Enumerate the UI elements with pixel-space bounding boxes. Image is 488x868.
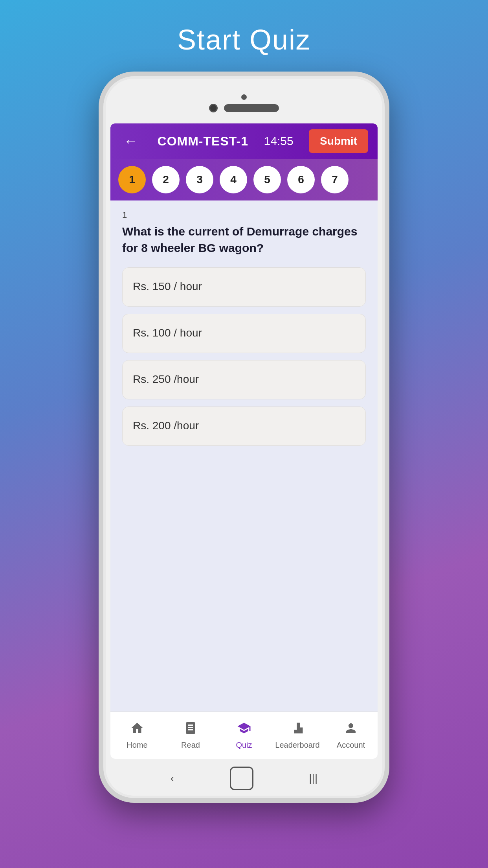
q-circle-1[interactable]: 1 (118, 166, 146, 193)
answer-option-3[interactable]: Rs. 250 /hour (122, 360, 366, 399)
answer-option-2[interactable]: Rs. 100 / hour (122, 314, 366, 353)
nav-label-home: Home (127, 741, 147, 750)
answer-option-4[interactable]: Rs. 200 /hour (122, 406, 366, 446)
phone-menu-button[interactable]: ||| (309, 772, 317, 785)
quiz-icon (237, 721, 251, 738)
account-icon (344, 721, 358, 738)
nav-item-account[interactable]: Account (324, 721, 378, 750)
nav-label-account: Account (337, 741, 365, 750)
quiz-title: COMM-TEST-1 (158, 134, 248, 149)
question-nav: 1234567 (110, 159, 378, 200)
quiz-content: 1 What is the current of Demurrage charg… (110, 200, 378, 712)
nav-item-quiz[interactable]: Quiz (217, 721, 271, 750)
nav-label-quiz: Quiz (236, 741, 252, 750)
q-circle-3[interactable]: 3 (186, 166, 213, 193)
question-number: 1 (122, 210, 366, 220)
bottom-nav: HomeReadQuizLeaderboardAccount (110, 712, 378, 759)
back-button[interactable]: ← (120, 129, 142, 153)
timer-display: 14:55 (264, 134, 294, 148)
q-circle-5[interactable]: 5 (253, 166, 281, 193)
phone-back-button[interactable]: ‹ (171, 772, 174, 785)
app-header: ← COMM-TEST-1 14:55 Submit (110, 123, 378, 159)
nav-item-read[interactable]: Read (164, 721, 217, 750)
question-text: What is the current of Demurrage charges… (122, 223, 366, 256)
answer-option-1[interactable]: Rs. 150 / hour (122, 267, 366, 307)
front-camera-icon (209, 104, 218, 112)
nav-item-home[interactable]: Home (110, 721, 164, 750)
camera-top-icon (241, 94, 247, 100)
speaker-icon (224, 104, 279, 112)
leaderboard-icon (290, 721, 305, 738)
q-circle-6[interactable]: 6 (287, 166, 315, 193)
phone-screen: ← COMM-TEST-1 14:55 Submit 1234567 1 Wha… (110, 123, 378, 759)
nav-label-leaderboard: Leaderboard (275, 741, 319, 750)
phone-shell: ← COMM-TEST-1 14:55 Submit 1234567 1 Wha… (99, 72, 389, 803)
read-icon (183, 721, 198, 738)
phone-home-button[interactable] (230, 767, 253, 790)
q-circle-2[interactable]: 2 (152, 166, 180, 193)
nav-label-read: Read (181, 741, 200, 750)
phone-top (103, 76, 385, 123)
q-circle-7[interactable]: 7 (321, 166, 349, 193)
submit-button[interactable]: Submit (309, 129, 368, 153)
phone-bottom-bar: ‹ ||| (103, 759, 385, 798)
home-icon (130, 721, 144, 738)
q-circle-4[interactable]: 4 (220, 166, 247, 193)
page-title: Start Quiz (177, 24, 311, 56)
nav-item-leaderboard[interactable]: Leaderboard (271, 721, 324, 750)
